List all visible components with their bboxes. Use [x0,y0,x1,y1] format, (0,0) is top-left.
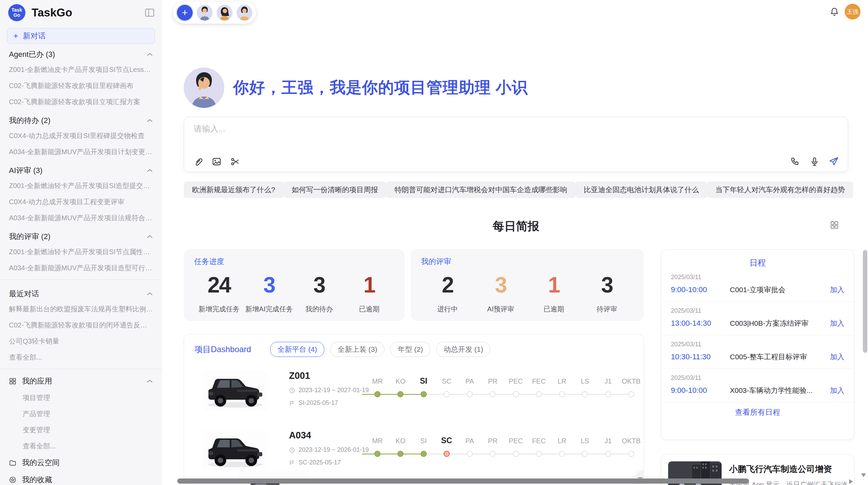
sidebar-item[interactable]: 解释最新出台的欧盟报废车法规再生塑料比例被调至15%... [0,301,162,317]
sidebar-item-change-mgmt[interactable]: 变更管理 [0,422,162,438]
tab-new-platform[interactable]: 全新平台 (4) [270,342,324,357]
project-flag-text: SC-2025-05-17 [299,459,341,466]
sidebar-item-my-apps[interactable]: 我的应用 [0,373,162,390]
sidebar-item[interactable]: C02-飞腾新能源轻客改款项目的闭环通告反馈情况 [0,317,162,333]
milestone-node[interactable] [513,391,519,397]
milestone-label: KO [396,437,406,445]
sidebar-item-view-all[interactable]: 查看全部... [0,349,162,365]
sidebar-item[interactable]: C0X4-动力总成开发项目SI里程碑提交物检查 [0,128,162,144]
sidebar-item-product-mgmt[interactable]: 产品管理 [0,406,162,422]
phone-icon[interactable] [790,157,800,167]
sidebar-item-project-mgmt[interactable]: 项目管理 [0,390,162,406]
milestone-node[interactable] [559,451,565,457]
tab-model-year[interactable]: 年型 (2) [390,342,430,357]
suggestion-chip[interactable]: 特朗普可能对进口汽车增税会对中国车企造成哪些影响 [386,182,576,198]
milestone-node[interactable] [467,451,473,457]
sidebar-item[interactable]: C02-飞腾新能源轻客改款项目立项汇报方案 [0,94,162,110]
tab-powertrain[interactable]: 动总开发 (1) [436,342,491,357]
sidebar-group-recent[interactable]: 最近对话 [0,283,162,301]
view-all-schedule-link[interactable]: 查看所有日程 [661,402,854,418]
image-icon[interactable] [212,157,222,167]
milestone-node[interactable] [605,391,611,397]
milestone-node[interactable] [374,391,381,397]
user-avatar[interactable]: 王强 [845,4,860,20]
agent-avatar[interactable] [217,5,232,21]
daily-brief-title: 每日简报 [184,219,848,234]
milestone-node[interactable] [536,391,542,397]
stat-label: 新增完成任务 [194,304,244,314]
send-icon[interactable] [829,157,839,167]
microphone-icon[interactable] [809,157,820,167]
milestone-node[interactable] [444,391,450,397]
project-flag: SI-2025-05-17 [289,399,363,407]
sidebar-item-cloud-space[interactable]: 我的云空间 [0,454,162,471]
sidebar-group-my-review[interactable]: 我的评审 (2) [0,226,162,244]
suggestion-chip[interactable]: 比亚迪全固态电池计划具体说了什么 [576,182,707,198]
schedule-date: 2025/03/11 [671,374,844,382]
agent-avatar[interactable] [197,5,213,21]
sidebar-group-agent-done[interactable]: Agent已办 (3) [0,44,162,62]
milestone-node[interactable] [536,451,542,457]
milestone-node[interactable] [421,391,427,397]
join-link[interactable]: 加入 [830,319,844,328]
milestone-node[interactable] [582,391,588,397]
new-chat-button[interactable]: + 新对话 [7,28,155,44]
scissors-icon[interactable] [230,157,240,167]
milestone-node[interactable] [513,451,519,457]
milestone-node[interactable] [397,451,403,457]
sidebar-item[interactable]: A034-全新新能源MUV产品开发项目造型可行性评审 [0,260,162,276]
milestone-node[interactable] [605,451,611,457]
suggestion-chip[interactable]: 当下年轻人对汽车外观有怎样的喜好趋势 [707,182,853,198]
sidebar-group-my-todo[interactable]: 我的待办 (2) [0,110,162,128]
join-link[interactable]: 加入 [830,285,844,295]
suggestion-chip[interactable]: 欧洲新规最近颁布了什么? [184,182,284,198]
chat-input[interactable] [194,124,838,134]
project-row-a034[interactable]: 王强 A034 2023-12-19 ~ 2026-01-19 SC-2025-… [184,414,643,474]
sidebar-item[interactable]: 公司Q3轻卡销量 [0,333,162,349]
sidebar-item[interactable]: Z001-全新燃油轻卡产品开发项目SI节点属性5D文件评审 [0,244,162,260]
sidebar-item-apps-view-all[interactable]: 查看全部... [0,438,162,454]
milestone-node[interactable] [490,391,496,397]
milestone-node[interactable] [467,391,473,397]
project-row-z001[interactable]: 王强 Z001 2023-12-19 ~ 2027-01-19 SI-2025-… [184,358,643,414]
schedule-date: 2025/03/11 [671,307,844,314]
scroll-right-arrow[interactable] [849,479,853,484]
tab-new-body[interactable]: 全新上装 (3) [330,342,385,357]
agent-avatar[interactable] [237,5,252,21]
milestone-node[interactable] [421,451,427,457]
milestone-node[interactable] [628,391,634,397]
sidebar-item[interactable]: A034-全新新能源MUV产品开发项目法规符合性评审 [0,210,162,226]
horizontal-scrollbar-thumb[interactable] [177,478,749,484]
join-link[interactable]: 加入 [830,352,844,362]
greeting-section: 你好，王强，我是你的项目管理助理 小识 [184,67,528,108]
milestone-node[interactable] [582,451,588,457]
sidebar-item[interactable]: Z001-全新燃油轻卡产品开发项目SI造型提交物评审 [0,178,162,194]
scroll-down-arrow[interactable] [861,473,866,477]
sidebar-item[interactable]: C0X4-动力总成开发项目工程变更评审 [0,194,162,210]
milestone-node[interactable] [444,451,450,457]
add-agent-button[interactable]: + [177,5,193,21]
vertical-scrollbar-thumb[interactable] [863,250,867,353]
favorites-label: 我的收藏 [22,475,52,485]
layout-grid-icon[interactable] [830,220,839,230]
milestone-node[interactable] [490,451,496,457]
milestone-node[interactable] [628,451,634,457]
paperclip-icon[interactable] [193,157,203,167]
plus-icon: + [182,7,188,18]
panel-collapse-icon[interactable] [145,9,154,17]
sidebar-item[interactable]: C02-飞腾新能源轻客改款项目里程碑画布 [0,78,162,94]
sidebar-item-favorites[interactable]: 我的收藏 [0,471,162,485]
milestone-node[interactable] [374,451,381,457]
milestone-node[interactable] [559,391,565,397]
sidebar-group-ai-review[interactable]: AI评审 (3) [0,160,162,178]
notification-bell-icon[interactable] [830,7,839,17]
stat-value: 3 [294,272,344,298]
join-link[interactable]: 加入 [830,386,844,395]
my-review-card: 我的评审 2 进行中 3 AI预评审 1 已逾期 3 待评审 [411,249,644,321]
milestone-node[interactable] [397,391,403,397]
suggestion-chip[interactable]: 如何写一份清晰的项目周报 [284,182,386,198]
schedule-date: 2025/03/11 [671,274,844,281]
clock-icon [289,447,295,453]
sidebar-item[interactable]: A034-全新新能源MUV产品开发项目计划变更表编写 [0,144,162,160]
sidebar-item[interactable]: Z001-全新燃油皮卡产品开发项目SI节点Lesson Learn报告 [0,62,162,78]
